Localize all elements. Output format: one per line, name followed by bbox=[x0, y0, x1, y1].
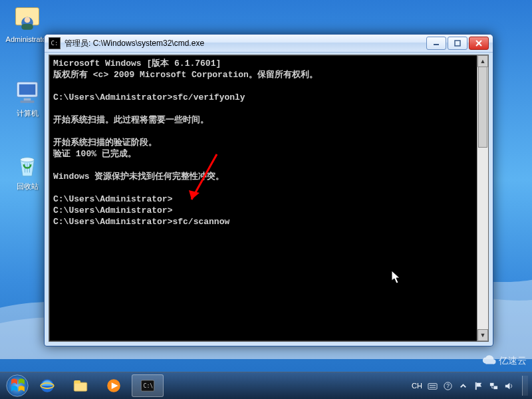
explorer-icon[interactable] bbox=[65, 375, 96, 396]
cmd-output: Microsoft Windows [版本 6.1.7601] 版权所有 <c>… bbox=[49, 55, 488, 230]
svg-rect-19 bbox=[74, 380, 80, 384]
svg-rect-29 bbox=[475, 382, 477, 389]
watermark-text: 亿速云 bbox=[499, 355, 527, 367]
close-button[interactable] bbox=[469, 37, 489, 50]
window-title: 管理员: C:\Windows\system32\cmd.exe bbox=[65, 38, 426, 49]
media-player-icon[interactable] bbox=[98, 375, 129, 396]
cmd-task-icon[interactable]: C:\ bbox=[132, 374, 164, 397]
tray-keyboard-icon[interactable] bbox=[428, 381, 438, 391]
svg-rect-18 bbox=[74, 382, 87, 391]
scroll-up-button[interactable]: ▲ bbox=[477, 55, 488, 67]
tray-volume-icon[interactable] bbox=[504, 381, 514, 391]
ime-indicator[interactable]: CH bbox=[412, 382, 422, 390]
minimize-button[interactable] bbox=[426, 37, 446, 50]
scrollbar[interactable]: ▲ ▼ bbox=[477, 55, 488, 341]
svg-rect-30 bbox=[490, 382, 494, 386]
svg-point-2 bbox=[25, 17, 31, 23]
tray-flag-icon[interactable] bbox=[473, 381, 483, 391]
svg-rect-7 bbox=[21, 100, 35, 103]
tray-chevron-icon[interactable] bbox=[458, 381, 468, 391]
start-button[interactable] bbox=[4, 372, 31, 399]
svg-text:C:\: C:\ bbox=[144, 382, 154, 389]
svg-rect-24 bbox=[428, 383, 437, 388]
svg-rect-31 bbox=[494, 386, 498, 389]
system-tray: CH ? bbox=[412, 376, 528, 396]
svg-rect-3 bbox=[21, 24, 33, 30]
svg-rect-6 bbox=[24, 98, 31, 101]
svg-text:?: ? bbox=[446, 382, 450, 389]
titlebar[interactable]: C: 管理员: C:\Windows\system32\cmd.exe bbox=[45, 35, 493, 53]
scroll-thumb[interactable] bbox=[478, 66, 487, 148]
mouse-cursor bbox=[391, 270, 402, 285]
cmd-window: C: 管理员: C:\Windows\system32\cmd.exe Micr… bbox=[44, 34, 493, 346]
cmd-body[interactable]: Microsoft Windows [版本 6.1.7601] 版权所有 <c>… bbox=[49, 55, 489, 342]
tray-help-icon[interactable]: ? bbox=[443, 381, 453, 391]
svg-point-8 bbox=[21, 158, 35, 162]
svg-rect-10 bbox=[455, 41, 460, 46]
taskbar: C:\ CH ? bbox=[0, 372, 532, 399]
ie-icon[interactable] bbox=[32, 375, 63, 396]
svg-point-15 bbox=[7, 375, 28, 396]
tray-network-icon[interactable] bbox=[489, 381, 499, 391]
watermark: 亿速云 bbox=[481, 354, 527, 368]
cmd-title-icon: C: bbox=[49, 37, 61, 49]
svg-rect-5 bbox=[19, 84, 36, 95]
show-desktop-button[interactable] bbox=[522, 376, 528, 396]
scroll-down-button[interactable]: ▼ bbox=[477, 329, 488, 341]
maximize-button[interactable] bbox=[448, 37, 467, 50]
